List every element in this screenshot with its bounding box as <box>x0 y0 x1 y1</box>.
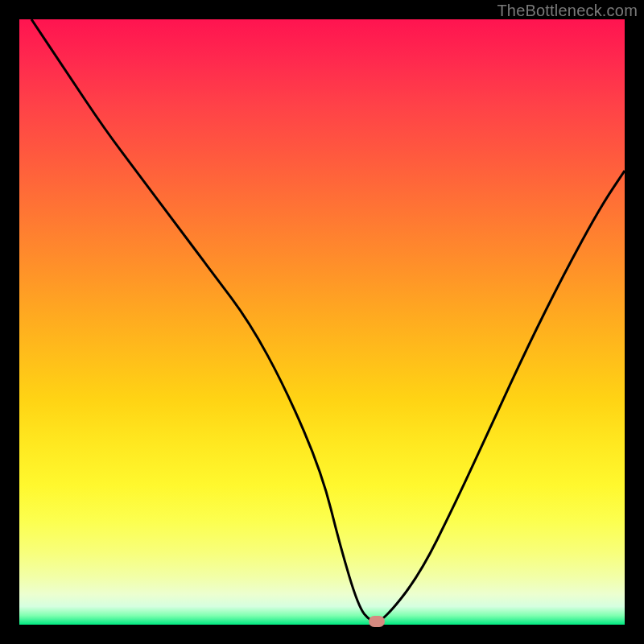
optimal-point-marker <box>369 616 385 627</box>
watermark-text: TheBottleneck.com <box>497 2 638 20</box>
chart-frame <box>19 19 625 625</box>
chart-curve <box>19 19 625 625</box>
bottleneck-line <box>31 19 625 621</box>
